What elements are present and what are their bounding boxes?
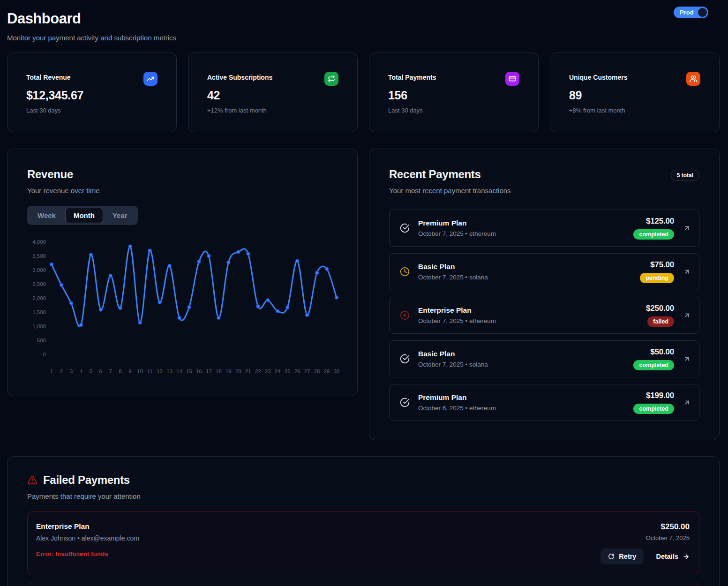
payment-status-badge: completed xyxy=(633,360,674,370)
failed-payments-title: Failed Payments xyxy=(43,473,130,487)
revenue-card: Revenue Your revenue over time Week Mont… xyxy=(7,149,358,396)
svg-text:2,500: 2,500 xyxy=(32,281,46,287)
svg-text:11: 11 xyxy=(147,368,153,374)
svg-text:21: 21 xyxy=(245,368,251,374)
svg-text:2,000: 2,000 xyxy=(32,295,46,301)
payment-row[interactable]: Enterprise Plan October 7, 2025 • ethere… xyxy=(389,297,699,334)
retry-button[interactable]: Retry xyxy=(600,548,644,564)
payment-amount: $75.00 xyxy=(650,260,674,270)
line-chart: 05001,0001,5002,0002,5003,0003,5004,0001… xyxy=(27,235,340,377)
payment-meta: October 7, 2025 • solana xyxy=(418,361,488,368)
environment-toggle[interactable]: Prod xyxy=(674,7,708,18)
failed-customer: Alex Johnson • alex@example.com xyxy=(36,534,139,542)
stat-caption: +12% from last month xyxy=(207,107,338,114)
payment-plan: Basic Plan xyxy=(418,350,488,358)
failed-payments-header: Failed Payments xyxy=(27,473,699,487)
stat-card-total-revenue: Total Revenue $12,345.67 Last 30 days xyxy=(7,53,177,132)
failed-payment-row: Premium Plan $125.00 xyxy=(27,583,699,586)
repeat-icon xyxy=(324,72,338,86)
recent-payments-title: Recent Payments xyxy=(389,168,699,181)
payment-row[interactable]: Premium Plan October 7, 2025 • ethereum … xyxy=(389,210,699,247)
payment-status-badge: failed xyxy=(647,316,674,327)
payment-amount-block: $50.00 completed xyxy=(633,347,674,370)
payment-amount: $199.00 xyxy=(646,391,674,400)
arrow-up-right-icon[interactable] xyxy=(683,268,690,275)
svg-text:13: 13 xyxy=(166,368,173,374)
users-icon xyxy=(686,72,700,86)
stat-value: 89 xyxy=(569,89,700,102)
stat-card-active-subscriptions: Active Subscriptions 42 +12% from last m… xyxy=(188,53,358,132)
credit-card-icon xyxy=(505,72,519,86)
failed-date: October 7, 2025 xyxy=(646,534,690,541)
svg-text:0: 0 xyxy=(43,352,46,357)
check-circle-icon xyxy=(400,223,410,233)
trending-up-icon xyxy=(143,72,158,86)
failed-actions: Retry Details xyxy=(600,548,690,564)
svg-text:6: 6 xyxy=(99,368,102,374)
revenue-chart: 05001,0001,5002,0002,5003,0003,5004,0001… xyxy=(27,235,338,379)
revenue-subtitle: Your revenue over time xyxy=(27,187,338,195)
stat-caption: Last 30 days xyxy=(388,107,519,114)
tab-month[interactable]: Month xyxy=(65,208,103,223)
failed-payment-meta: $250.00 October 7, 2025 Retry Details xyxy=(600,522,690,564)
payments-list: Premium Plan October 7, 2025 • ethereum … xyxy=(389,210,699,421)
svg-text:26: 26 xyxy=(294,368,300,374)
svg-text:1: 1 xyxy=(50,368,53,374)
environment-label: Prod xyxy=(680,9,694,16)
failed-amount: $250.00 xyxy=(661,522,690,532)
payment-plan: Enterprise Plan xyxy=(418,306,496,315)
arrow-right-icon xyxy=(683,553,690,560)
details-label: Details xyxy=(656,553,678,560)
payment-status-badge: completed xyxy=(633,404,674,414)
svg-text:8: 8 xyxy=(119,368,122,374)
arrow-up-right-icon[interactable] xyxy=(683,399,690,406)
svg-text:16: 16 xyxy=(196,368,202,374)
payment-amount-block: $75.00 pending xyxy=(640,260,674,283)
svg-text:4,000: 4,000 xyxy=(32,239,46,245)
tab-week[interactable]: Week xyxy=(29,208,64,223)
svg-text:18: 18 xyxy=(216,368,222,374)
arrow-up-right-icon[interactable] xyxy=(683,312,690,319)
svg-text:12: 12 xyxy=(157,368,163,374)
payment-info: Enterprise Plan October 7, 2025 • ethere… xyxy=(418,306,496,324)
stat-value: 156 xyxy=(388,89,519,102)
recent-payments-subtitle: Your most recent payment transactions xyxy=(389,187,699,195)
stat-card-total-payments: Total Payments 156 Last 30 days xyxy=(369,53,539,132)
details-button[interactable]: Details xyxy=(656,553,690,560)
failed-plan: Enterprise Plan xyxy=(36,522,139,531)
toggle-knob-icon xyxy=(698,8,707,17)
svg-text:25: 25 xyxy=(285,368,291,374)
failed-payments-subtitle: Payments that require your attention xyxy=(27,492,699,500)
x-circle-icon xyxy=(400,310,410,320)
payment-status-badge: pending xyxy=(640,273,674,283)
svg-text:30: 30 xyxy=(334,368,340,374)
svg-text:5: 5 xyxy=(90,368,92,374)
stat-label: Active Subscriptions xyxy=(207,74,338,81)
payment-info: Premium Plan October 7, 2025 • ethereum xyxy=(418,219,496,237)
revenue-title: Revenue xyxy=(27,168,338,181)
alert-triangle-icon xyxy=(27,475,38,485)
page-subtitle: Monitor your payment activity and subscr… xyxy=(7,34,176,42)
payment-row[interactable]: Basic Plan October 7, 2025 • solana $75.… xyxy=(389,253,699,290)
payment-status-badge: completed xyxy=(633,229,674,240)
stat-label: Total Payments xyxy=(388,74,519,81)
stat-card-unique-customers: Unique Customers 89 +8% from last month xyxy=(550,53,720,132)
payment-meta: October 7, 2025 • ethereum xyxy=(418,317,496,324)
stat-label: Unique Customers xyxy=(569,74,700,81)
payment-amount-block: $125.00 completed xyxy=(633,217,674,240)
stats-grid: Total Revenue $12,345.67 Last 30 days Ac… xyxy=(7,53,720,132)
svg-text:3,500: 3,500 xyxy=(32,253,46,259)
arrow-up-right-icon[interactable] xyxy=(683,225,690,232)
arrow-up-right-icon[interactable] xyxy=(683,355,690,362)
payment-row[interactable]: Basic Plan October 7, 2025 • solana $50.… xyxy=(389,340,699,377)
svg-text:15: 15 xyxy=(186,368,192,374)
payment-info: Premium Plan October 6, 2025 • ethereum xyxy=(418,393,496,412)
payment-row[interactable]: Premium Plan October 6, 2025 • ethereum … xyxy=(389,384,699,421)
svg-text:22: 22 xyxy=(255,368,261,374)
payment-amount-block: $250.00 failed xyxy=(646,304,674,327)
svg-text:2: 2 xyxy=(60,368,63,374)
svg-text:19: 19 xyxy=(225,368,232,374)
payment-info: Basic Plan October 7, 2025 • solana xyxy=(418,263,488,281)
failed-payment-info: Enterprise Plan Alex Johnson • alex@exam… xyxy=(36,522,139,564)
tab-year[interactable]: Year xyxy=(104,208,136,223)
